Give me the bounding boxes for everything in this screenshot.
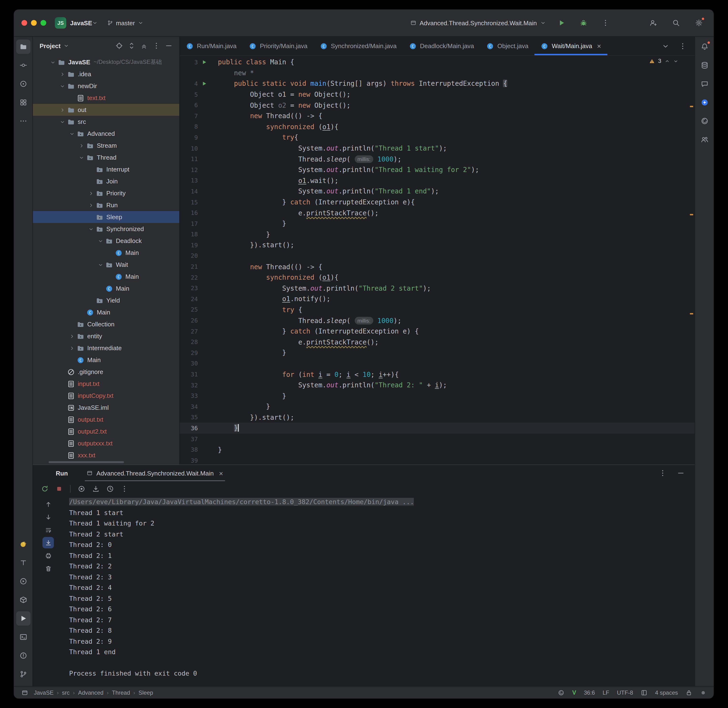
tree-item[interactable]: Priority: [33, 187, 179, 199]
code-line[interactable]: 3public class Main {: [180, 57, 695, 67]
line-number[interactable]: 34: [180, 403, 198, 410]
code-line[interactable]: 22 synchronized (o1){: [180, 272, 695, 283]
line-number[interactable]: 8: [180, 123, 198, 130]
commit-icon[interactable]: [16, 58, 30, 73]
line-number[interactable]: 27: [180, 328, 198, 335]
tree-item[interactable]: xxx.txt: [33, 449, 179, 461]
tree-item[interactable]: JavaSE.iml: [33, 402, 179, 413]
chevron-right-icon[interactable]: [87, 189, 95, 197]
project-icon[interactable]: [16, 39, 30, 54]
chevron-down-icon[interactable]: [97, 237, 105, 245]
line-number[interactable]: 17: [180, 220, 198, 227]
code-line[interactable]: 11 Thread.sleep( millis: 1000);: [180, 154, 695, 164]
chevron-right-icon[interactable]: [87, 201, 95, 209]
coverage-icon[interactable]: [75, 483, 88, 495]
tree-item[interactable]: Collection: [33, 318, 179, 330]
tree-item[interactable]: CMain: [33, 283, 179, 295]
breadcrumb-item[interactable]: Sleep: [138, 689, 153, 696]
code-editor[interactable]: 3 3public class Main { new *4 public sta…: [180, 56, 695, 464]
code-line[interactable]: 14 System.out.println("Thread 1 end");: [180, 186, 695, 197]
line-number[interactable]: 14: [180, 188, 198, 195]
code-line[interactable]: 28 e.printStackTrace();: [180, 337, 695, 347]
close-button[interactable]: [22, 20, 27, 26]
people-icon[interactable]: [697, 132, 712, 147]
tree-item[interactable]: Interrupt: [33, 163, 179, 176]
locate-icon[interactable]: [113, 40, 125, 51]
tree-item[interactable]: inputCopy.txt: [33, 390, 179, 402]
code-with-me-invite-icon[interactable]: [646, 16, 660, 30]
line-number[interactable]: 36: [180, 425, 198, 432]
line-number[interactable]: 32: [180, 382, 198, 389]
collapse-icon[interactable]: [138, 40, 150, 51]
line-number[interactable]: 12: [180, 166, 198, 173]
run-line-icon[interactable]: [198, 59, 210, 65]
chev-down-icon[interactable]: [658, 39, 673, 53]
line-number[interactable]: 20: [180, 252, 198, 260]
tree-item[interactable]: CMain: [33, 306, 179, 318]
line-number[interactable]: 4: [180, 80, 198, 87]
code-line[interactable]: 33 }: [180, 390, 695, 401]
line-number[interactable]: 13: [180, 177, 198, 184]
duck-icon[interactable]: [16, 537, 30, 551]
code-line[interactable]: 7 new Thread(() -> {: [180, 110, 695, 121]
line-number[interactable]: 18: [180, 231, 198, 238]
chevron-down-icon[interactable]: [87, 225, 95, 233]
line-number[interactable]: 21: [180, 263, 198, 270]
code-line[interactable]: 10 System.out.println("Thread 1 start");: [180, 143, 695, 154]
breadcrumb-item[interactable]: src: [62, 689, 70, 696]
code-line[interactable]: 39: [180, 455, 695, 464]
code-line[interactable]: 24 o1.notify();: [180, 293, 695, 304]
code-line[interactable]: 15 } catch (InterruptedException e){: [180, 197, 695, 207]
editor-tab[interactable]: CObject.java: [480, 37, 535, 55]
tree-item[interactable]: Thread: [33, 151, 179, 163]
debug-button[interactable]: [576, 16, 591, 30]
run-button[interactable]: [554, 16, 569, 30]
line-number[interactable]: 30: [180, 360, 198, 367]
todo-icon[interactable]: [16, 556, 30, 570]
up-icon[interactable]: [42, 498, 54, 510]
tree-item[interactable]: Join: [33, 176, 179, 187]
tree-item[interactable]: CMain: [33, 247, 179, 259]
chevron-down-icon[interactable]: [97, 261, 105, 268]
branch-icon[interactable]: [16, 667, 30, 681]
line-number[interactable]: 35: [180, 414, 198, 421]
line-number[interactable]: 31: [180, 371, 198, 378]
line-number[interactable]: 29: [180, 349, 198, 356]
updown-icon[interactable]: [126, 40, 137, 51]
line-number[interactable]: 33: [180, 392, 198, 399]
run-line-icon[interactable]: [198, 81, 210, 86]
code-line[interactable]: 31 for (int i = 0; i < 10; i++){: [180, 369, 695, 380]
plugin-swirl-icon[interactable]: [558, 689, 565, 696]
spiral-icon[interactable]: [697, 114, 712, 128]
line-number[interactable]: 23: [180, 285, 198, 292]
tree-item[interactable]: Sleep: [33, 211, 179, 223]
more-h-icon[interactable]: [16, 114, 30, 128]
prev-warning-icon[interactable]: [665, 58, 670, 64]
console-output[interactable]: /Users/eve/Library/Java/JavaVirtualMachi…: [63, 496, 695, 686]
stop-icon[interactable]: [53, 483, 65, 495]
code-line[interactable]: 18 }: [180, 229, 695, 239]
packages-icon[interactable]: [16, 593, 30, 607]
file-encoding[interactable]: UTF-8: [617, 689, 633, 696]
indent-size[interactable]: 4 spaces: [655, 689, 678, 696]
project-name[interactable]: JavaSE: [70, 19, 92, 26]
assistant-icon[interactable]: [697, 95, 712, 110]
line-number[interactable]: 5: [180, 91, 198, 98]
trash-icon[interactable]: [42, 563, 54, 574]
line-number[interactable]: 38: [180, 446, 198, 453]
settings-gear-icon[interactable]: [692, 16, 706, 30]
code-line[interactable]: 37: [180, 434, 695, 444]
tree-item[interactable]: .gitignore: [33, 366, 179, 378]
breadcrumb-item[interactable]: JavaSE: [34, 689, 54, 696]
scrollbar-warning-mark[interactable]: [690, 313, 693, 315]
structure-icon[interactable]: [16, 95, 30, 110]
tree-item[interactable]: output.txt: [33, 413, 179, 425]
line-number[interactable]: 15: [180, 199, 198, 206]
tree-item[interactable]: out: [33, 104, 179, 116]
editor-tab[interactable]: CPriority/Main.java: [243, 37, 314, 55]
code-line[interactable]: 9 try{: [180, 132, 695, 143]
line-number[interactable]: 7: [180, 112, 198, 120]
editor-tab[interactable]: CWait/Main.java×: [535, 37, 607, 55]
problems-icon[interactable]: [16, 649, 30, 663]
line-number[interactable]: 19: [180, 242, 198, 249]
